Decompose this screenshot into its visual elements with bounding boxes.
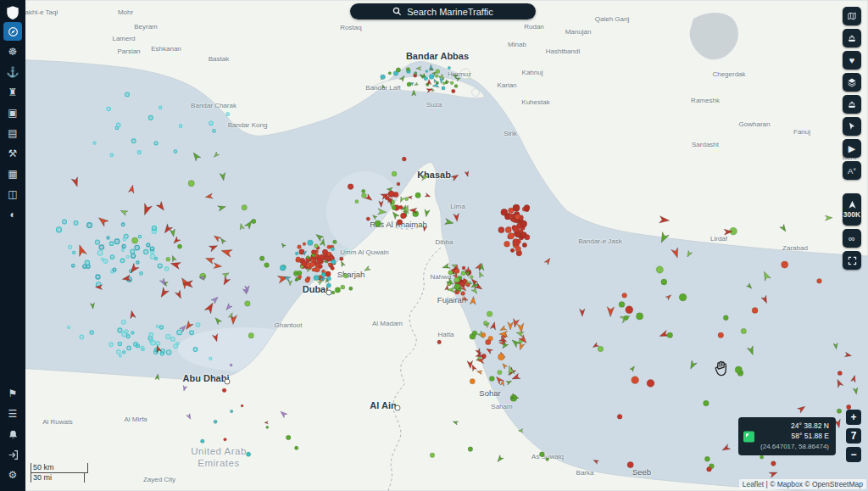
vessel-marker[interactable] (107, 237, 109, 239)
vessel-marker[interactable] (314, 275, 319, 280)
vessel-marker[interactable] (435, 75, 438, 78)
vessel-marker[interactable] (453, 214, 460, 222)
vessel-marker[interactable] (377, 209, 387, 215)
zoom-in-button[interactable]: + (846, 410, 861, 425)
vessel-marker[interactable] (331, 247, 334, 250)
vessel-marker[interactable] (430, 453, 435, 458)
vessel-marker[interactable] (632, 377, 639, 384)
vessel-marker[interactable] (136, 261, 139, 264)
vessel-marker[interactable] (520, 220, 527, 227)
vessel-marker[interactable] (80, 335, 84, 339)
vessel-marker[interactable] (481, 332, 486, 337)
vessel-marker[interactable] (230, 410, 233, 413)
vessel-marker[interactable] (340, 257, 344, 261)
vessel-marker[interactable] (114, 239, 120, 244)
vessel-marker[interactable] (448, 287, 455, 292)
vessel-marker[interactable] (607, 307, 615, 317)
vessel-marker[interactable] (341, 285, 345, 289)
vessel-marker[interactable] (131, 237, 137, 243)
my-fleet-button[interactable] (843, 95, 861, 114)
vessel-marker[interactable] (230, 364, 232, 366)
vessel-marker[interactable] (442, 263, 450, 270)
sidebar-item-ports[interactable]: ⚓ (3, 63, 22, 81)
sidebar-item-news[interactable]: ▤ (3, 124, 22, 142)
vessel-marker[interactable] (138, 235, 141, 237)
vessel-marker[interactable] (113, 268, 116, 271)
vessel-marker[interactable] (166, 257, 170, 261)
vessel-marker[interactable] (741, 328, 746, 333)
vessel-marker[interactable] (306, 256, 309, 259)
vessel-marker[interactable] (125, 330, 129, 334)
vessel-marker[interactable] (118, 328, 122, 332)
map-canvas[interactable]: Nakhl-e TaqiMohrBeyramLamerdParsianEshka… (0, 0, 868, 491)
vessel-marker[interactable] (245, 301, 251, 307)
vessel-marker[interactable] (335, 287, 340, 293)
vessel-marker[interactable] (349, 287, 353, 290)
vessel-marker[interactable] (95, 240, 99, 244)
vessel-marker[interactable] (300, 265, 303, 269)
vessel-marker[interactable] (74, 221, 78, 226)
vessel-marker[interactable] (622, 293, 627, 298)
vessel-marker[interactable] (825, 215, 832, 220)
vessel-marker[interactable] (222, 271, 230, 278)
vessel-marker[interactable] (319, 254, 325, 260)
vessel-marker[interactable] (671, 248, 681, 259)
vessel-marker[interactable] (144, 249, 148, 254)
vessel-marker[interactable] (128, 264, 139, 276)
vessel-marker[interactable] (131, 139, 136, 143)
favorites-button[interactable]: ♥ (843, 51, 861, 70)
vessel-marker[interactable] (404, 197, 408, 200)
vessel-marker[interactable] (166, 334, 171, 339)
sidebar-item-tags[interactable]: ⚑ (3, 384, 22, 403)
vessel-marker[interactable] (190, 331, 194, 335)
vessel-marker[interactable] (140, 272, 143, 276)
vessel-marker[interactable] (686, 250, 693, 258)
vessel-marker[interactable] (131, 332, 134, 334)
vessel-marker[interactable] (333, 240, 337, 244)
vessel-marker[interactable] (150, 247, 154, 251)
vessel-marker[interactable] (771, 461, 776, 466)
vessel-marker[interactable] (171, 338, 175, 342)
vessel-marker[interactable] (470, 276, 473, 279)
vessel-marker[interactable] (320, 238, 326, 246)
vessel-marker[interactable] (453, 420, 459, 425)
vessel-marker[interactable] (63, 220, 67, 224)
vessel-marker[interactable] (580, 309, 586, 316)
vessel-marker[interactable] (381, 84, 385, 88)
vessel-marker[interactable] (508, 322, 514, 330)
vessel-marker[interactable] (397, 182, 400, 186)
vessel-marker[interactable] (222, 388, 226, 393)
vessel-marker[interactable] (141, 204, 152, 216)
vessel-marker[interactable] (422, 226, 427, 232)
vessel-marker[interactable] (155, 257, 158, 259)
vessel-marker[interactable] (746, 283, 753, 290)
vessel-marker[interactable] (175, 290, 183, 299)
zoom-out-button[interactable]: − (846, 447, 861, 462)
vessel-marker[interactable] (298, 245, 302, 249)
vessel-marker[interactable] (379, 201, 384, 208)
vessel-marker[interactable] (496, 455, 504, 464)
vessel-marker[interactable] (718, 332, 724, 338)
vessel-marker[interactable] (498, 354, 505, 360)
vessel-marker[interactable] (205, 193, 214, 200)
sidebar-item-notifications[interactable] (3, 425, 22, 444)
vessel-marker[interactable] (294, 272, 298, 276)
vessel-marker[interactable] (486, 339, 491, 344)
vessel-marker[interactable] (75, 243, 86, 256)
vessel-marker[interactable] (109, 242, 114, 246)
vessel-marker[interactable] (511, 373, 520, 382)
vessel-marker[interactable] (782, 261, 788, 268)
vessel-marker[interactable] (264, 421, 268, 424)
vessel-marker[interactable] (120, 259, 125, 263)
vessel-marker[interactable] (546, 458, 549, 461)
marinetraffic-logo[interactable] (5, 5, 20, 20)
sidebar-item-sign-in[interactable] (3, 445, 22, 464)
vessel-marker[interactable] (414, 82, 418, 86)
vessel-marker[interactable] (381, 75, 386, 80)
vessel-marker[interactable] (280, 265, 286, 271)
vessel-marker[interactable] (93, 142, 96, 144)
vessel-marker[interactable] (679, 293, 687, 301)
vessel-marker[interactable] (126, 335, 130, 338)
vessel-marker[interactable] (513, 239, 520, 246)
vessel-marker[interactable] (450, 81, 453, 85)
